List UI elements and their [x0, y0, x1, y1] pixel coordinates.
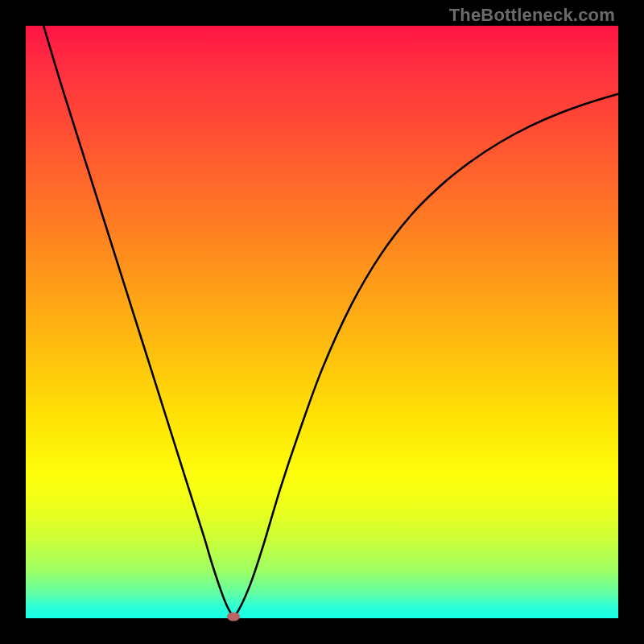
- plot-area: [26, 26, 618, 618]
- curve-svg: [26, 26, 618, 618]
- minimum-marker: [227, 612, 240, 621]
- chart-frame: TheBottleneck.com: [0, 0, 644, 644]
- watermark-text: TheBottleneck.com: [449, 5, 615, 26]
- bottleneck-curve-path: [43, 26, 618, 615]
